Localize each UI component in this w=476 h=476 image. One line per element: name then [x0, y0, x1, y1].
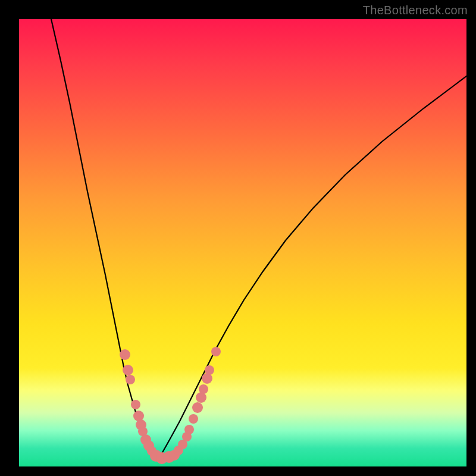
- data-marker: [126, 375, 135, 384]
- data-marker: [199, 384, 208, 394]
- data-marker: [196, 392, 206, 403]
- data-marker: [211, 347, 221, 356]
- plot-area: [19, 19, 466, 466]
- curve-group: [51, 19, 466, 459]
- curve-svg: [19, 19, 466, 466]
- data-marker: [184, 425, 194, 434]
- marker-group: [120, 347, 221, 464]
- chart-frame: TheBottleneck.com: [0, 0, 476, 476]
- data-marker: [205, 365, 214, 375]
- data-marker: [123, 365, 133, 375]
- data-marker: [192, 402, 203, 413]
- curve-right-branch: [158, 76, 466, 459]
- curve-left-branch: [51, 19, 158, 459]
- watermark-text: TheBottleneck.com: [363, 4, 468, 17]
- data-marker: [131, 400, 140, 409]
- data-marker: [120, 349, 130, 360]
- data-marker: [189, 414, 198, 424]
- data-marker: [202, 373, 212, 384]
